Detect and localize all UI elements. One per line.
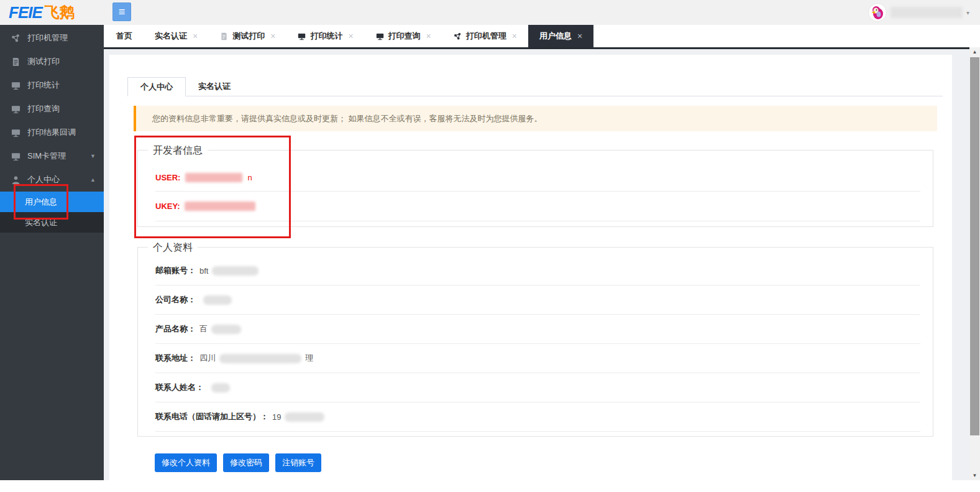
field-value-redacted xyxy=(219,354,301,363)
field-label: 联系地址： xyxy=(155,353,196,364)
tab-user-info[interactable]: 用户信息 × xyxy=(528,25,593,47)
field-label: 产品名称： xyxy=(155,323,196,335)
scroll-up-icon[interactable]: ▲ xyxy=(969,47,980,57)
user-value-redacted xyxy=(185,173,242,182)
change-password-button[interactable]: 修改密码 xyxy=(223,453,269,472)
printer-links-icon xyxy=(11,34,21,43)
field-value-redacted xyxy=(211,325,241,334)
user-name-redacted xyxy=(891,7,963,18)
content-tab-realname-auth[interactable]: 实名认证 xyxy=(186,77,243,96)
sidebar-item-print-callback[interactable]: 打印结果回调 xyxy=(0,121,104,144)
tab-print-query[interactable]: 打印查询 × xyxy=(365,25,442,47)
tab-label: 打印查询 xyxy=(388,30,421,42)
developer-info-section: 开发者信息 USER: n UKEY: xyxy=(137,150,933,227)
vertical-scrollbar[interactable]: ▲ ▼ xyxy=(969,47,980,480)
sidebar-item-print-query[interactable]: 打印查询 xyxy=(0,97,104,121)
open-tabs-bar: 首页 实名认证 × 测试打印 × 打印统计 × 打印查询 × xyxy=(104,25,980,49)
tab-realname-auth[interactable]: 实名认证 × xyxy=(144,25,209,47)
page-root: FEIE 飞鹅 ≡ ▾ xyxy=(0,0,980,492)
sidebar-menu: 打印机管理 测试打印 打印统计 打印查询 xyxy=(0,25,104,233)
field-value-redacted xyxy=(211,383,230,392)
tab-home[interactable]: 首页 xyxy=(105,25,144,47)
sidebar-item-printer-management[interactable]: 打印机管理 xyxy=(0,26,104,50)
edit-profile-button[interactable]: 修改个人资料 xyxy=(155,453,217,472)
close-icon[interactable]: × xyxy=(348,31,353,41)
developer-user-row: USER: n xyxy=(155,164,920,192)
content-tab-label: 实名认证 xyxy=(198,81,231,91)
sidebar-collapse-button[interactable]: ≡ xyxy=(112,2,131,21)
field-value-prefix: 百 xyxy=(199,323,208,335)
close-icon[interactable]: × xyxy=(512,31,517,41)
sidebar-item-label: 打印机管理 xyxy=(27,32,68,44)
sidebar-item-label: 打印统计 xyxy=(27,80,60,91)
tab-test-print[interactable]: 测试打印 × xyxy=(209,25,286,47)
content-tab-label: 个人中心 xyxy=(140,82,173,91)
sidebar-subitem-realname-auth[interactable]: 实名认证 xyxy=(0,212,104,233)
sidebar-subitem-label: 实名认证 xyxy=(25,217,57,228)
field-label: 公司名称： xyxy=(155,294,196,305)
user-value-suffix: n xyxy=(247,173,252,182)
profile-row-company: 公司名称： xyxy=(155,285,920,315)
scrollbar-thumb[interactable] xyxy=(970,57,979,435)
sidebar-subitem-label: 用户信息 xyxy=(25,197,57,208)
brand-logo-cn: 飞鹅 xyxy=(45,2,75,22)
warning-notice: 您的资料信息非常重要，请提供真实信息或及时更新； 如果信息不全或有误，客服将无法… xyxy=(134,106,937,131)
tab-label: 打印机管理 xyxy=(466,30,506,42)
avatar[interactable] xyxy=(868,3,887,22)
user-dropdown-icon[interactable]: ▾ xyxy=(966,9,969,16)
tab-label: 测试打印 xyxy=(232,30,265,42)
tab-label: 用户信息 xyxy=(539,30,572,42)
user-info-card: 个人中心 实名认证 您的资料信息非常重要，请提供真实信息或及时更新； 如果信息不… xyxy=(109,55,952,480)
monitor-icon xyxy=(11,152,21,161)
sidebar-item-label: 个人中心 xyxy=(27,174,60,185)
sidebar-item-sim-management[interactable]: SIM卡管理 ▼ xyxy=(0,144,104,168)
content-tabs: 个人中心 实名认证 xyxy=(127,77,943,96)
chevron-down-icon: ▼ xyxy=(90,153,96,159)
tab-label: 首页 xyxy=(116,30,132,42)
printer-links-icon xyxy=(454,32,462,40)
developer-info-title: 开发者信息 xyxy=(148,144,208,157)
close-icon[interactable]: × xyxy=(193,31,198,41)
brand-logo-latin: FEIE xyxy=(9,3,42,22)
sidebar-item-print-stats[interactable]: 打印统计 xyxy=(0,73,104,97)
user-menu[interactable]: ▾ xyxy=(868,2,969,22)
sidebar-item-label: 打印结果回调 xyxy=(27,127,76,138)
sidebar: 打印机管理 测试打印 打印统计 打印查询 xyxy=(0,25,104,480)
field-label: 联系电话（固话请加上区号）： xyxy=(155,411,268,422)
profile-row-phone: 联系电话（固话请加上区号）： 19 xyxy=(155,402,920,432)
monitor-icon xyxy=(298,32,306,40)
profile-rows: 邮箱账号： bft 公司名称： 产品名称： 百 xyxy=(138,248,933,432)
tab-printer-management[interactable]: 打印机管理 × xyxy=(442,25,528,47)
sidebar-item-personal-center[interactable]: 个人中心 ▲ xyxy=(0,168,104,192)
close-icon[interactable]: × xyxy=(426,31,431,41)
tab-print-stats[interactable]: 打印统计 × xyxy=(286,25,364,47)
developer-rows: USER: n UKEY: xyxy=(138,151,933,221)
delete-account-button[interactable]: 注销账号 xyxy=(275,453,321,472)
ukey-value-redacted xyxy=(185,202,255,211)
document-icon xyxy=(220,32,228,40)
profile-row-product: 产品名称： 百 xyxy=(155,315,920,344)
action-buttons: 修改个人资料 修改密码 注销账号 xyxy=(155,453,321,472)
profile-row-email: 邮箱账号： bft xyxy=(155,256,920,285)
profile-row-address: 联系地址： 四川 理 xyxy=(155,344,920,373)
personal-profile-section: 个人资料 邮箱账号： bft 公司名称： 产品名称： 百 xyxy=(137,247,933,437)
field-value-redacted xyxy=(285,412,324,422)
content-area: 个人中心 实名认证 您的资料信息非常重要，请提供真实信息或及时更新； 如果信息不… xyxy=(104,49,969,480)
field-value-redacted xyxy=(212,266,259,276)
sidebar-item-label: 打印查询 xyxy=(27,103,60,114)
field-value-suffix: 理 xyxy=(305,353,313,364)
scroll-down-icon[interactable]: ▼ xyxy=(969,471,980,480)
brand-logo[interactable]: FEIE 飞鹅 xyxy=(9,3,75,22)
tab-label: 打印统计 xyxy=(310,30,342,42)
close-icon[interactable]: × xyxy=(270,31,275,41)
sidebar-item-test-print[interactable]: 测试打印 xyxy=(0,50,104,73)
monitor-icon xyxy=(11,104,21,114)
goose-avatar-icon xyxy=(869,4,886,21)
document-icon xyxy=(11,57,21,67)
field-label: 邮箱账号： xyxy=(155,265,196,276)
content-tab-personal-center[interactable]: 个人中心 xyxy=(127,77,186,96)
close-icon[interactable]: × xyxy=(577,31,582,41)
personal-profile-title: 个人资料 xyxy=(148,241,198,254)
topbar: FEIE 飞鹅 ≡ ▾ xyxy=(0,0,980,25)
sidebar-subitem-user-info[interactable]: 用户信息 xyxy=(0,192,104,212)
